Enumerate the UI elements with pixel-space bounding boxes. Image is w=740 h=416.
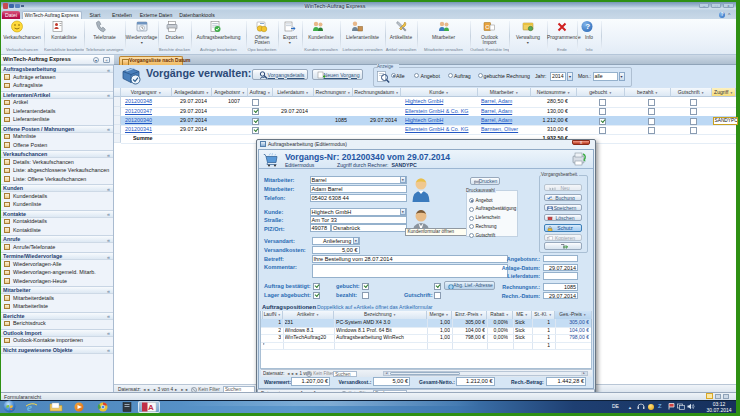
svg-text:?: ? — [585, 22, 590, 31]
svg-text:O: O — [485, 24, 490, 30]
svg-text:A: A — [148, 403, 154, 412]
